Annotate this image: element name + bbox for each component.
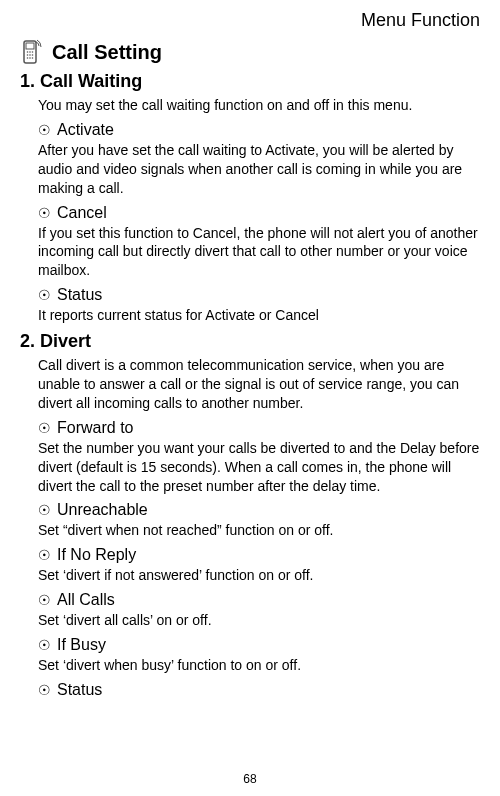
bullet-body: If you set this function to Cancel, the …: [38, 224, 480, 281]
phone-icon: [20, 39, 42, 65]
bullet-marker-icon: ☉: [38, 682, 51, 698]
bullet-all-calls: ☉ All Calls Set ‘divert all calls’ on or…: [38, 591, 480, 630]
bullet-marker-icon: ☉: [38, 637, 51, 653]
bullet-unreachable: ☉ Unreachable Set “divert when not reach…: [38, 501, 480, 540]
bullet-title: Status: [57, 681, 102, 699]
heading-divert: 2. Divert: [20, 331, 480, 352]
svg-point-5: [27, 54, 29, 56]
svg-rect-1: [26, 43, 34, 49]
bullet-title: Forward to: [57, 419, 133, 437]
bullet-marker-icon: ☉: [38, 122, 51, 138]
bullet-marker-icon: ☉: [38, 287, 51, 303]
page-number: 68: [0, 772, 500, 786]
svg-point-9: [29, 57, 31, 59]
svg-point-4: [32, 51, 34, 53]
bullet-forward-to: ☉ Forward to Set the number you want you…: [38, 419, 480, 496]
bullet-body: It reports current status for Activate o…: [38, 306, 480, 325]
svg-point-3: [29, 51, 31, 53]
svg-point-8: [27, 57, 29, 59]
bullet-title: All Calls: [57, 591, 115, 609]
svg-point-7: [32, 54, 34, 56]
bullet-body: Set ‘divert if not answered’ function on…: [38, 566, 480, 585]
header-label: Menu Function: [20, 10, 480, 31]
bullet-status-1: ☉ Status It reports current status for A…: [38, 286, 480, 325]
bullet-if-busy: ☉ If Busy Set ‘divert when busy’ functio…: [38, 636, 480, 675]
bullet-activate: ☉ Activate After you have set the call w…: [38, 121, 480, 198]
intro-divert: Call divert is a common telecommunicatio…: [38, 356, 480, 413]
bullet-body: After you have set the call waiting to A…: [38, 141, 480, 198]
bullet-title: If Busy: [57, 636, 106, 654]
bullet-if-no-reply: ☉ If No Reply Set ‘divert if not answere…: [38, 546, 480, 585]
bullet-body: Set “divert when not reached” function o…: [38, 521, 480, 540]
bullet-marker-icon: ☉: [38, 592, 51, 608]
section-title-row: Call Setting: [20, 39, 480, 65]
bullet-body: Set ‘divert when busy’ function to on or…: [38, 656, 480, 675]
bullet-title: If No Reply: [57, 546, 136, 564]
bullet-cancel: ☉ Cancel If you set this function to Can…: [38, 204, 480, 281]
bullet-title: Status: [57, 286, 102, 304]
section-call-waiting: 1. Call Waiting You may set the call wai…: [20, 71, 480, 325]
heading-call-waiting: 1. Call Waiting: [20, 71, 480, 92]
bullet-title: Activate: [57, 121, 114, 139]
bullet-marker-icon: ☉: [38, 502, 51, 518]
svg-point-6: [29, 54, 31, 56]
bullet-marker-icon: ☉: [38, 420, 51, 436]
bullet-status-2: ☉ Status: [38, 681, 480, 699]
section-divert: 2. Divert Call divert is a common teleco…: [20, 331, 480, 699]
bullet-marker-icon: ☉: [38, 205, 51, 221]
section-title: Call Setting: [52, 41, 162, 64]
bullet-body: Set the number you want your calls be di…: [38, 439, 480, 496]
bullet-title: Cancel: [57, 204, 107, 222]
bullet-title: Unreachable: [57, 501, 148, 519]
svg-point-10: [32, 57, 34, 59]
bullet-marker-icon: ☉: [38, 547, 51, 563]
svg-point-2: [27, 51, 29, 53]
bullet-body: Set ‘divert all calls’ on or off.: [38, 611, 480, 630]
intro-call-waiting: You may set the call waiting function on…: [38, 96, 480, 115]
